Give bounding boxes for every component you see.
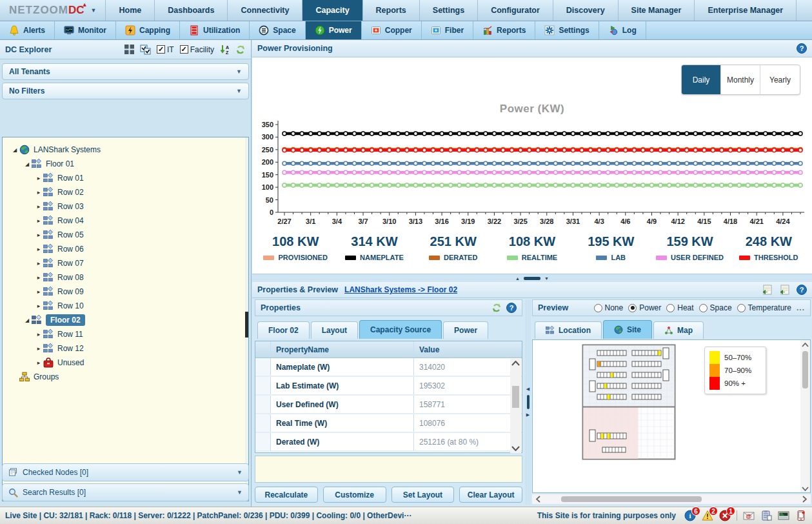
collapse-left-icon[interactable]: ◀ (526, 387, 530, 392)
toolbar-alerts-button[interactable]: Alerts (0, 21, 55, 39)
nav-tab-reports[interactable]: Reports (363, 0, 420, 21)
radio-space[interactable]: Space (699, 303, 732, 312)
floor-map[interactable] (582, 344, 676, 460)
nav-tab-configurator[interactable]: Configurator (478, 0, 553, 21)
toolbar-utilization-button[interactable]: Utilization (180, 21, 250, 39)
tab-map[interactable]: Map (653, 321, 704, 339)
export-page-icon[interactable] (762, 285, 773, 295)
radio-none[interactable]: None (594, 303, 624, 312)
preview-vscroll-thumb[interactable] (802, 351, 808, 388)
set-layout-button[interactable]: Set Layout (391, 487, 455, 503)
multi-check-icon[interactable] (140, 45, 151, 55)
expand-arrow-icon[interactable]: ▸ (34, 274, 43, 281)
preview-horizontal-scrollbar[interactable] (532, 494, 811, 504)
tree-scrollbar[interactable] (245, 137, 248, 501)
vertical-splitter[interactable]: ◀ ▶ (525, 299, 531, 505)
help-icon[interactable]: ? (506, 303, 517, 313)
tree-scrollbar-thumb[interactable] (245, 312, 248, 338)
radio-temperature[interactable]: Temperature (737, 303, 791, 312)
toolbar-power-button[interactable]: Power (306, 21, 362, 39)
tab-floor-02[interactable]: Floor 02 (257, 321, 310, 339)
console-icon[interactable] (778, 510, 789, 521)
facility-checkbox[interactable]: ✓Facility (180, 45, 214, 54)
tree-item-row-02[interactable]: ▸Row 02 (3, 185, 248, 199)
scroll-right-icon[interactable] (802, 496, 807, 503)
tree-item-floor-02[interactable]: ◢ Floor 02 (3, 313, 248, 327)
customize-button[interactable]: Customize (323, 487, 386, 503)
tab-layout[interactable]: Layout (311, 321, 358, 339)
nav-tab-settings[interactable]: Settings (420, 0, 478, 21)
toolbar-copper-button[interactable]: Copper (362, 21, 422, 39)
tree-item-row-05[interactable]: ▸Row 05 (3, 228, 248, 242)
app-logo[interactable]: NETZOOMDC▲ ▼ (0, 0, 106, 21)
tree-item-row-09[interactable]: ▸Row 09 (3, 285, 248, 299)
toolbar-reports-button[interactable]: Reports (473, 21, 535, 39)
logo-dropdown-icon[interactable]: ▼ (91, 7, 97, 14)
more-radios[interactable]: ... (797, 303, 805, 312)
sort-az-icon[interactable]: AZ (220, 45, 230, 55)
tree-item-unused[interactable]: ▸ Unused (3, 356, 248, 370)
tree-item-row-07[interactable]: ▸Row 07 (3, 256, 248, 270)
warning-status-icon[interactable]: 2 (702, 510, 713, 521)
envelope-icon[interactable]: @ (743, 510, 755, 521)
nav-tab-home[interactable]: Home (106, 0, 155, 21)
tenant-filter-dropdown[interactable]: All Tenants ▼ (2, 63, 249, 80)
tree-item-row-06[interactable]: ▸Row 06 (3, 242, 248, 256)
table-row[interactable]: Lab Estimate (W) 195302 (255, 377, 522, 396)
checked-nodes-bar[interactable]: Checked Nodes [0] ▼ (2, 463, 249, 481)
tab-site[interactable]: Site (603, 320, 652, 339)
expand-arrow-icon[interactable]: ▸ (34, 288, 43, 295)
expand-arrow-icon[interactable]: ◢ (23, 161, 32, 167)
table-row[interactable]: Nameplate (W) 314020 (255, 358, 522, 377)
tree-item-lanshark-systems[interactable]: ◢ LANShark Systems (3, 143, 248, 157)
tab-location[interactable]: Location (535, 321, 602, 339)
nav-tab-enterprise-manager[interactable]: Enterprise Manager (695, 0, 797, 21)
scroll-down-icon[interactable] (511, 446, 520, 451)
toolbar-fiber-button[interactable]: Fiber (422, 21, 473, 39)
tree-item-row-08[interactable]: ▸Row 08 (3, 270, 248, 285)
nav-tab-discovery[interactable]: Discovery (553, 0, 619, 21)
device-icon[interactable] (795, 510, 807, 521)
expand-arrow-icon[interactable]: ▸ (34, 217, 43, 224)
radio-heat[interactable]: Heat (666, 303, 693, 312)
scroll-up-icon[interactable] (802, 343, 809, 347)
expand-arrow-icon[interactable]: ▸ (34, 203, 43, 210)
filter-dropdown[interactable]: No Filters ▼ (2, 83, 249, 99)
scroll-up-icon[interactable] (511, 361, 520, 366)
table-scrollbar-thumb[interactable] (512, 386, 519, 408)
collapse-down-icon[interactable]: ▼ (544, 276, 549, 281)
it-checkbox[interactable]: ✓IT (157, 45, 174, 54)
recalculate-button[interactable]: Recalculate (255, 487, 318, 503)
horizontal-splitter[interactable]: ▲ ▼ (252, 274, 812, 282)
clear-layout-button[interactable]: Clear Layout (459, 487, 522, 503)
tree-item-floor-01[interactable]: ◢ Floor 01 (3, 157, 248, 171)
breadcrumb[interactable]: LANShark Systems -> Floor 02 (344, 285, 457, 294)
period-monthly-button[interactable]: Monthly (721, 65, 760, 94)
tree-item-row-03[interactable]: ▸Row 03 (3, 199, 248, 214)
tab-power[interactable]: Power (443, 321, 488, 339)
tree-item-row-01[interactable]: ▸Row 01 (3, 171, 248, 185)
it-checkbox-box[interactable]: ✓ (157, 45, 165, 54)
splitter-handle[interactable] (524, 277, 540, 280)
expand-arrow-icon[interactable]: ▸ (34, 345, 43, 352)
grid-view-icon[interactable] (124, 45, 134, 54)
toolbar-space-button[interactable]: Space (250, 21, 305, 39)
scroll-left-icon[interactable] (536, 496, 540, 503)
expand-arrow-icon[interactable]: ◢ (10, 147, 19, 153)
tree-item-groups[interactable]: Groups (3, 370, 248, 384)
splitter-handle[interactable] (527, 395, 530, 409)
expand-arrow-icon[interactable]: ▸ (34, 359, 43, 366)
nav-tab-dashboards[interactable]: Dashboards (155, 0, 228, 21)
preview-hscroll-thumb[interactable] (561, 496, 702, 502)
table-scrollbar[interactable] (510, 359, 521, 453)
toolbar-capping-button[interactable]: Capping (116, 21, 180, 39)
help-icon[interactable]: ? (797, 285, 807, 295)
info-status-icon[interactable]: i 6 (684, 510, 696, 521)
nav-tab-capacity[interactable]: Capacity (302, 0, 362, 21)
power-line-chart[interactable]: 0501001502002503003502/273/13/43/73/103/… (256, 118, 809, 229)
expand-arrow-icon[interactable]: ◢ (23, 317, 32, 323)
preview-vertical-scrollbar[interactable] (800, 340, 810, 493)
toolbar-log-button[interactable]: Log (599, 21, 646, 39)
radio-power[interactable]: Power (628, 303, 661, 312)
tree-item-row-04[interactable]: ▸Row 04 (3, 214, 248, 228)
